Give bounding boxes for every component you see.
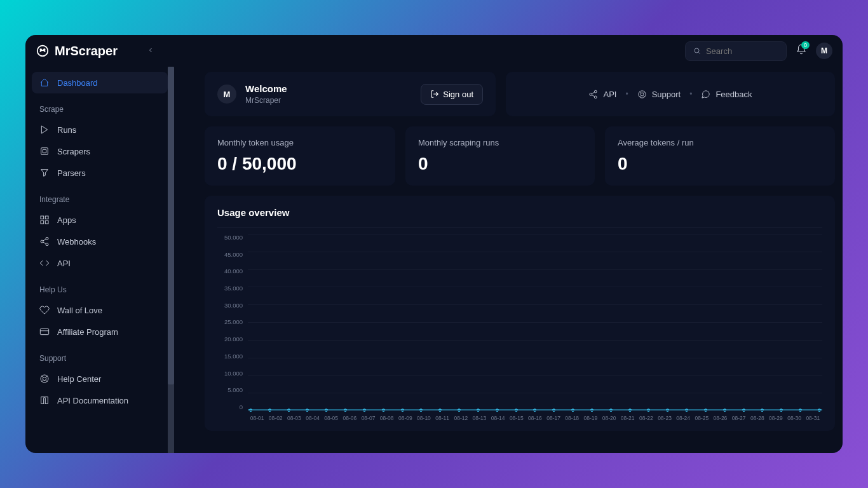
- notifications-button[interactable]: 0: [796, 44, 807, 58]
- grid-line: [248, 393, 822, 393]
- scrollbar-thumb[interactable]: [168, 67, 174, 384]
- chart-title: Usage overview: [217, 207, 822, 227]
- support-link[interactable]: Support: [637, 90, 681, 99]
- grid-line: [248, 287, 822, 287]
- sidebar-item-wall-of-love[interactable]: Wall of Love: [32, 299, 168, 321]
- x-tick: 08-17: [545, 415, 563, 421]
- grid-line: [248, 234, 822, 234]
- sidebar-section-label: Scrape: [32, 93, 168, 119]
- sidebar: DashboardScrapeRunsScrapersParsersIntegr…: [25, 67, 174, 453]
- svg-point-14: [43, 377, 46, 380]
- y-tick: 45.000: [224, 251, 243, 258]
- svg-point-1: [40, 49, 41, 50]
- x-tick: 08-31: [804, 415, 822, 421]
- main-content: M Welcome MrScraper Sign out API: [174, 67, 843, 453]
- x-tick: 08-05: [322, 415, 341, 421]
- avatar[interactable]: M: [816, 43, 832, 59]
- svg-point-10: [41, 240, 43, 243]
- svg-point-2: [44, 49, 45, 50]
- x-axis: 08-0108-0208-0308-0408-0508-0608-0708-08…: [248, 412, 822, 424]
- y-tick: 30.000: [224, 302, 243, 309]
- stat-token-usage: Monthly token usage 0 / 50,000: [205, 126, 395, 186]
- welcome-avatar: M: [217, 85, 236, 104]
- share-icon: [39, 236, 50, 247]
- x-tick: 08-03: [285, 415, 303, 421]
- x-tick: 08-24: [674, 415, 693, 421]
- y-tick: 50.000: [224, 234, 243, 241]
- chevron-left-icon: [147, 46, 154, 54]
- sidebar-item-webhooks[interactable]: Webhooks: [32, 231, 168, 252]
- x-tick: 08-04: [303, 415, 322, 421]
- quicklinks-card: API • Support • Feedback: [506, 72, 835, 116]
- signout-icon: [430, 90, 439, 98]
- svg-rect-12: [40, 329, 48, 334]
- sidebar-item-scrapers[interactable]: Scrapers: [32, 140, 168, 162]
- separator: •: [689, 90, 692, 98]
- y-tick: 25.000: [224, 318, 243, 325]
- sidebar-item-affiliate-program[interactable]: Affiliate Program: [32, 321, 168, 342]
- x-tick: 08-09: [396, 415, 414, 421]
- y-tick: 0: [240, 403, 243, 410]
- x-tick: 08-07: [359, 415, 377, 421]
- api-link[interactable]: API: [588, 90, 616, 99]
- collapse-sidebar-button[interactable]: [147, 45, 154, 57]
- x-tick: 08-06: [341, 415, 359, 421]
- x-tick: 08-20: [600, 415, 618, 421]
- x-tick: 08-12: [452, 415, 470, 421]
- chart-area: 50.00045.00040.00035.00030.00025.00020.0…: [217, 234, 822, 424]
- svg-point-15: [595, 90, 597, 93]
- svg-point-16: [590, 93, 592, 95]
- sidebar-item-api[interactable]: API: [32, 252, 168, 274]
- lifebuoy-icon: [637, 90, 647, 99]
- sidebar-item-api-documentation[interactable]: API Documentation: [32, 390, 168, 411]
- search-input-wrap[interactable]: [685, 41, 787, 61]
- card-icon: [39, 327, 50, 337]
- svg-point-9: [46, 237, 48, 240]
- sidebar-item-help-center[interactable]: Help Center: [32, 368, 168, 390]
- svg-point-11: [46, 243, 48, 246]
- x-tick: 08-28: [748, 415, 766, 421]
- chat-icon: [701, 90, 710, 99]
- welcome-subtitle: MrScraper: [245, 96, 287, 105]
- signout-label: Sign out: [443, 90, 473, 99]
- brand[interactable]: MrScraper: [36, 44, 118, 58]
- x-tick: 08-30: [785, 415, 804, 421]
- x-tick: 08-23: [655, 415, 674, 421]
- sidebar-section-label: Support: [32, 342, 168, 368]
- y-tick: 35.000: [224, 285, 243, 292]
- sidebar-item-runs[interactable]: Runs: [32, 119, 168, 140]
- brand-icon: [36, 44, 50, 58]
- x-tick: 08-22: [637, 415, 655, 421]
- x-tick: 08-19: [581, 415, 600, 421]
- svg-rect-5: [41, 216, 44, 219]
- sidebar-item-dashboard[interactable]: Dashboard: [32, 72, 168, 93]
- grid-line: [248, 358, 822, 358]
- code-icon: [39, 258, 50, 268]
- search-icon: [693, 46, 701, 55]
- feedback-link[interactable]: Feedback: [701, 90, 752, 99]
- y-tick: 10.000: [224, 370, 243, 377]
- sidebar-item-parsers[interactable]: Parsers: [32, 162, 168, 184]
- stat-avg-tokens: Average tokens / run 0: [605, 126, 835, 186]
- x-tick: 08-21: [618, 415, 637, 421]
- layers-icon: [39, 146, 50, 156]
- search-input[interactable]: [706, 46, 778, 56]
- y-tick: 15.000: [224, 353, 243, 360]
- sidebar-item-apps[interactable]: Apps: [32, 209, 168, 231]
- x-tick: 08-08: [377, 415, 396, 421]
- x-tick: 08-14: [489, 415, 507, 421]
- grid-icon: [39, 215, 50, 225]
- x-tick: 08-10: [414, 415, 433, 421]
- play-icon: [39, 125, 50, 135]
- grid-line: [248, 410, 822, 411]
- sidebar-section-label: Integrate: [32, 184, 168, 209]
- svg-rect-4: [41, 148, 48, 155]
- svg-point-3: [695, 48, 699, 53]
- x-tick: 08-13: [470, 415, 489, 421]
- separator: •: [625, 90, 628, 98]
- signout-button[interactable]: Sign out: [421, 84, 483, 105]
- share-icon: [588, 90, 598, 99]
- x-tick: 08-02: [266, 415, 285, 421]
- grid-line: [248, 322, 822, 323]
- y-tick: 20.000: [224, 336, 243, 342]
